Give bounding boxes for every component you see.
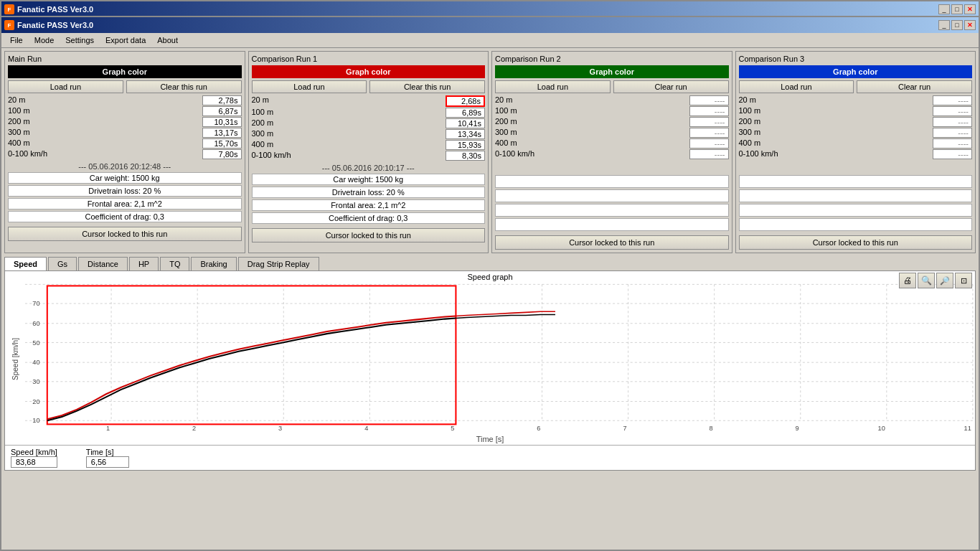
comp3-metric-label-20m: 20 m [739, 95, 756, 105]
comp3-metric-val-0100: ---- [933, 149, 972, 159]
tab-gs[interactable]: Gs [48, 257, 77, 270]
svg-text:9: 9 [796, 425, 799, 432]
maximize-btn-back[interactable]: □ [951, 4, 963, 14]
comp2-metric-val-0100: ---- [689, 149, 729, 159]
comp3-date-line [739, 162, 973, 174]
svg-rect-0 [25, 284, 975, 431]
close-btn[interactable]: ✕ [964, 20, 976, 30]
comp2-metric-label-100m: 100 m [495, 106, 517, 116]
comp3-load-btn[interactable]: Load run [739, 80, 854, 93]
comp3-metric-label-400m: 400 m [739, 138, 761, 149]
comp1-metric-label-200m: 200 m [252, 118, 274, 128]
main-metric-val-400m: 15,70s [202, 138, 242, 149]
menu-export[interactable]: Export data [100, 34, 151, 46]
comp2-metric-val-300m: ---- [689, 128, 729, 138]
maximize-btn[interactable]: □ [951, 20, 963, 30]
main-metric-label-400m: 400 m [8, 138, 30, 149]
svg-text:8: 8 [709, 425, 712, 432]
comp1-metric-label-20m: 20 m [252, 95, 269, 107]
comp3-metric-val-400m: ---- [933, 138, 972, 149]
comp2-load-btn[interactable]: Load run [495, 80, 611, 93]
speed-info-row: Speed [km/h] 83,68 Time [s] 6,56 [5, 445, 975, 470]
comp1-metric-val-400m: 15,93s [446, 140, 485, 150]
zoom-out-btn[interactable]: 🔎 [936, 273, 953, 288]
comp2-info-2 [495, 189, 729, 202]
comp1-metric-label-0100: 0-100 km/h [252, 151, 291, 161]
comp1-info-1: Car weight: 1500 kg [252, 174, 486, 185]
comp1-cursor-btn[interactable]: Cursor locked to this run [252, 228, 486, 242]
tab-tq[interactable]: TQ [160, 257, 189, 270]
svg-text:6: 6 [537, 425, 540, 432]
main-info-3: Frontal area: 2,1 m^2 [8, 198, 242, 209]
tab-drag-strip[interactable]: Drag Strip Replay [238, 257, 319, 270]
comp2-metric-label-20m: 20 m [495, 95, 512, 105]
reset-zoom-btn[interactable]: ⊡ [955, 273, 972, 288]
comp2-metric-val-20m: ---- [689, 95, 729, 105]
main-info-4: Coefficient of drag: 0,3 [8, 211, 242, 222]
main-metric-val-20m: 2,78s [202, 95, 242, 105]
print-btn[interactable]: 🖨 [899, 273, 916, 288]
svg-text:70: 70 [32, 300, 39, 307]
comp2-metric-label-400m: 400 m [495, 138, 517, 149]
comp2-metric-label-200m: 200 m [495, 117, 517, 127]
main-metric-label-20m: 20 m [8, 95, 25, 105]
comp2-metric-val-200m: ---- [689, 117, 729, 127]
comp2-metric-val-400m: ---- [689, 138, 729, 149]
svg-text:7: 7 [623, 425, 626, 432]
comp1-metric-val-300m: 13,34s [446, 129, 485, 139]
svg-text:40: 40 [32, 359, 39, 366]
comp3-clear-btn[interactable]: Clear run [857, 80, 972, 93]
comp3-metric-label-300m: 300 m [739, 128, 761, 138]
comp1-info-4: Coefficient of drag: 0,3 [252, 212, 486, 224]
menu-settings[interactable]: Settings [60, 34, 100, 46]
main-info-1: Car weight: 1500 kg [8, 172, 242, 184]
comp1-metric-label-300m: 300 m [252, 129, 274, 139]
svg-text:3: 3 [278, 425, 282, 432]
comp2-clear-btn[interactable]: Clear run [613, 80, 729, 93]
main-clear-btn[interactable]: Clear this run [126, 80, 242, 93]
speed-graph-svg[interactable]: 10 20 30 40 50 60 70 1 2 3 4 [25, 283, 975, 433]
comp1-metric-val-100m: 6,89s [446, 108, 485, 118]
comp2-cursor-btn[interactable]: Cursor locked to this run [495, 235, 729, 250]
svg-text:50: 50 [32, 339, 39, 347]
comp1-run-title: Comparison Run 1 [252, 55, 486, 63]
minimize-btn[interactable]: _ [938, 20, 950, 30]
comp3-cursor-btn[interactable]: Cursor locked to this run [739, 235, 973, 250]
menu-file[interactable]: File [4, 34, 29, 46]
graph-panel: Speed graph 🖨 🔍 🔎 ⊡ Speed [km/h] [4, 271, 976, 471]
close-btn-back[interactable]: ✕ [964, 4, 976, 14]
main-load-btn[interactable]: Load run [8, 80, 123, 93]
comp2-metric-label-0100: 0-100 km/h [495, 149, 534, 159]
tab-braking[interactable]: Braking [191, 257, 236, 270]
app-title: Fanatic PASS Ver3.0 [17, 21, 93, 29]
tab-distance[interactable]: Distance [78, 257, 128, 270]
menu-about[interactable]: About [151, 34, 184, 46]
tab-speed[interactable]: Speed [4, 257, 47, 270]
zoom-in-btn[interactable]: 🔍 [918, 273, 935, 288]
comp1-load-btn[interactable]: Load run [252, 80, 367, 93]
app-icon-back: F [4, 4, 14, 14]
menu-mode[interactable]: Mode [29, 34, 60, 46]
comp1-info-2: Drivetrain loss: 20 % [252, 187, 486, 198]
main-run-title: Main Run [8, 55, 242, 63]
tab-hp[interactable]: HP [129, 257, 159, 270]
main-info-2: Drivetrain loss: 20 % [8, 185, 242, 197]
comp2-graph-color-bar: Graph color [495, 65, 729, 78]
svg-text:1: 1 [106, 425, 110, 432]
comp2-run-title: Comparison Run 2 [495, 55, 729, 63]
main-cursor-btn[interactable]: Cursor locked to this run [8, 227, 242, 241]
svg-text:2: 2 [192, 425, 196, 432]
svg-text:5: 5 [451, 425, 454, 432]
main-metric-label-200m: 200 m [8, 117, 30, 127]
comp2-metric-val-100m: ---- [689, 106, 729, 116]
comp3-info-1 [739, 175, 973, 188]
main-metric-val-300m: 13,17s [202, 128, 242, 138]
main-run-panel: Main Run Graph color Load run Clear this… [4, 51, 245, 253]
time-label: Time [s] [86, 448, 129, 456]
comp2-metric-label-300m: 300 m [495, 128, 517, 138]
minimize-btn-back[interactable]: _ [938, 4, 950, 14]
main-graph-color-bar: Graph color [8, 65, 242, 78]
comp1-info-3: Frontal area: 2,1 m^2 [252, 199, 486, 211]
main-metric-label-100m: 100 m [8, 106, 30, 116]
comp1-clear-btn[interactable]: Clear this run [369, 80, 485, 93]
